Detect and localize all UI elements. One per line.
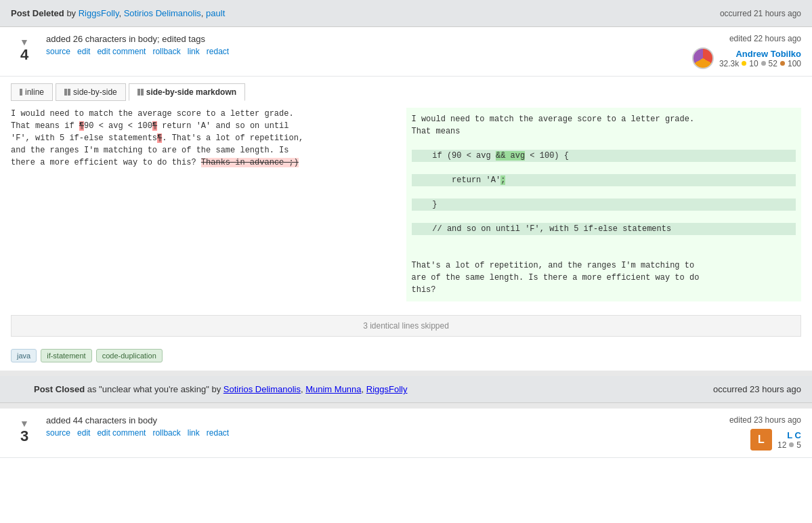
tab-inline[interactable]: inline — [11, 83, 53, 101]
rev3-rollback-link[interactable]: rollback — [152, 428, 180, 438]
post-deleted-label: Post Deleted — [11, 8, 64, 18]
separator-1 — [0, 371, 812, 376]
sbsmd-tab-icon — [137, 89, 144, 96]
revision-4-number-block: ▼ 4 — [11, 34, 38, 62]
revision-3-summary: added 44 characters in body — [46, 415, 658, 425]
del-inline-2: ¶ — [152, 121, 157, 131]
rev3-link-link[interactable]: link — [188, 428, 200, 438]
rev3-silver-count: 5 — [796, 440, 801, 450]
tab-sbsmd-label: side-by-side markdown — [146, 87, 236, 97]
right-add-3: } — [412, 198, 796, 211]
user-pault[interactable]: pault — [206, 8, 225, 18]
tags-row: java if-statement code-duplication — [0, 343, 812, 371]
add-inline-and: && avg — [496, 151, 525, 161]
post-closed-banner: Post Closed as "unclear what you're aski… — [0, 376, 812, 403]
rev3-redact-link[interactable]: redact — [207, 428, 229, 438]
post-deleted-banner: Post Deleted by RiggsFolly, Sotirios Del… — [0, 0, 812, 27]
rev4-rep: 32.3k — [719, 59, 739, 68]
tag-java[interactable]: java — [11, 349, 37, 362]
revision-4-actions: source edit edit comment rollback link r… — [46, 47, 658, 56]
diff-columns: I would need to match the average score … — [11, 108, 801, 301]
rev3-rep: 12 — [777, 440, 786, 450]
diff-right-column: I would need to match the average score … — [406, 108, 802, 301]
tab-side-by-side[interactable]: side-by-side — [56, 83, 126, 101]
user-munim[interactable]: Munim Munna — [305, 384, 361, 394]
rev4-gold-count: 10 — [749, 59, 758, 68]
rev4-edit-comment-link[interactable]: edit comment — [97, 47, 146, 56]
del-inline-3: ¶ — [157, 133, 162, 143]
rev4-edit-link[interactable]: edit — [77, 47, 90, 56]
post-deleted-prefix: by — [66, 8, 78, 18]
tag-if-statement[interactable]: if-statement — [41, 349, 91, 362]
user-sotirios-1[interactable]: Sotirios Delimanolis — [124, 8, 201, 18]
rev3-source-link[interactable]: source — [46, 428, 70, 438]
revision-3-number: 3 — [20, 429, 28, 444]
post-deleted-time: occurred 21 hours ago — [720, 9, 801, 18]
rev4-bronze-count: 100 — [788, 59, 801, 68]
post-closed-time: occurred 23 hours ago — [713, 384, 801, 394]
right-unchanged-2: That's a lot of repetition, and the rang… — [412, 247, 796, 296]
revision-3-user-name[interactable]: L C — [787, 430, 801, 440]
post-deleted-text: Post Deleted by RiggsFolly, Sotirios Del… — [11, 8, 225, 18]
revision-4-number: 4 — [20, 47, 28, 62]
andrew-avatar-img — [692, 47, 714, 69]
tab-sbs-label: side-by-side — [73, 87, 117, 97]
revision-3-actions: source edit edit comment rollback link r… — [46, 428, 658, 438]
rev4-link-link[interactable]: link — [188, 47, 200, 56]
rev4-silver-dot — [761, 61, 766, 66]
rev4-source-link[interactable]: source — [46, 47, 70, 56]
diff-area: I would need to match the average score … — [0, 101, 812, 308]
diff-tabs-row: inline side-by-side side-by-side markdow… — [0, 77, 812, 101]
post-closed-reason: as "unclear what you're asking" by — [87, 384, 223, 394]
skipped-lines-bar: 3 identical lines skipped — [11, 315, 801, 337]
right-add-2: return 'A'; — [412, 174, 796, 186]
revision-4-user-name[interactable]: Andrew Tobilko — [735, 49, 801, 59]
revision-3-user-info: L L C 12 5 — [750, 429, 801, 451]
revision-4-meta: edited 22 hours ago Andrew Tobilko 32.3k… — [666, 34, 801, 69]
revision-4-summary: added 26 characters in body; edited tags — [46, 34, 658, 44]
revision-3-meta: edited 23 hours ago L L C 12 5 — [666, 415, 801, 451]
revision-4-content: added 26 characters in body; edited tags… — [46, 34, 658, 56]
post-closed-label: Post Closed — [34, 384, 85, 394]
revision-3-user-rep: 12 5 — [777, 440, 801, 450]
revision-3-user-details: L C 12 5 — [777, 430, 801, 450]
skipped-lines-text: 3 identical lines skipped — [363, 321, 449, 331]
lc-avatar-img: L — [750, 429, 772, 451]
tag-code-duplication[interactable]: code-duplication — [96, 349, 163, 362]
revision-4-edit-time: edited 22 hours ago — [729, 34, 801, 43]
revision-4-avatar — [692, 47, 714, 69]
post-closed-text: Post Closed as "unclear what you're aski… — [34, 384, 407, 394]
add-inline-semi: ; — [500, 175, 505, 185]
rev4-rollback-link[interactable]: rollback — [152, 47, 180, 56]
revision-3-number-block: ▼ 3 — [11, 415, 38, 444]
del-inline-1: ¶ — [79, 121, 84, 131]
rev4-bronze-dot — [780, 61, 785, 66]
sbs-tab-icon — [64, 89, 70, 96]
revision-4-user-rep: 32.3k 10 52 100 — [719, 59, 801, 68]
rev3-silver-dot — [789, 442, 794, 447]
revision-4-row: ▼ 4 added 26 characters in body; edited … — [0, 27, 812, 77]
rev4-silver-count: 52 — [769, 59, 777, 68]
revision-4-user-details: Andrew Tobilko 32.3k 10 52 100 — [719, 49, 801, 68]
rev4-gold-dot — [742, 61, 746, 66]
tab-inline-label: inline — [25, 87, 44, 97]
rev4-redact-link[interactable]: redact — [207, 47, 229, 56]
revision-3-edit-time: edited 23 hours ago — [729, 415, 801, 425]
rev3-edit-link[interactable]: edit — [77, 428, 90, 438]
right-add-4: // and so on until 'F', with 5 if-else s… — [412, 223, 796, 235]
separator-2 — [0, 403, 812, 409]
user-riggsfolly-2[interactable]: RiggsFolly — [366, 384, 408, 394]
user-sotirios-2[interactable]: Sotirios Delimanolis — [223, 384, 301, 394]
right-add-1: if (90 < avg && avg < 100) { — [412, 150, 796, 162]
del-text-thanks: Thanks in advance ;) — [201, 158, 299, 167]
user-riggsfolly-1[interactable]: RiggsFolly — [79, 8, 119, 18]
diff-left-column: I would need to match the average score … — [11, 108, 396, 301]
rev3-edit-comment-link[interactable]: edit comment — [97, 428, 146, 438]
right-unchanged-1: I would need to match the average score … — [412, 113, 796, 138]
revision-3-row: ▼ 3 added 44 characters in body source e… — [0, 409, 812, 458]
revision-4-user-info: Andrew Tobilko 32.3k 10 52 100 — [692, 47, 801, 69]
revision-3-avatar: L — [750, 429, 772, 451]
inline-tab-icon — [20, 89, 22, 96]
revision-3-content: added 44 characters in body source edit … — [46, 415, 658, 438]
tab-side-by-side-markdown[interactable]: side-by-side markdown — [129, 83, 245, 101]
